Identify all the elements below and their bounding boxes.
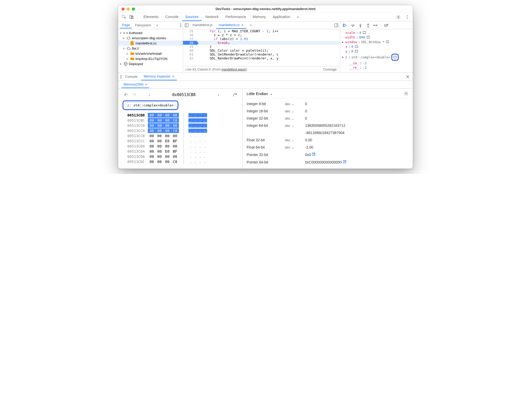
tree-group-deployed[interactable]: ▾ Deployed (118, 61, 183, 66)
editor-tab-more[interactable]: » (247, 22, 254, 28)
tree-file-mandelbrot[interactable]: mandelbrot.cc (118, 41, 183, 46)
step-out-icon[interactable] (366, 23, 371, 28)
undo-icon[interactable]: ↶ (123, 92, 129, 98)
hex-row[interactable]: 00513CC800000000.... (123, 133, 238, 138)
navigator-tab-more[interactable]: » (154, 22, 160, 28)
memory-icon[interactable] (354, 49, 359, 53)
memory-icon[interactable] (393, 55, 397, 59)
hex-byte[interactable]: 00 (163, 154, 171, 159)
editor-tab-js[interactable]: mandelbrot.js (190, 22, 215, 28)
hex-byte[interactable]: 00 (148, 113, 156, 118)
page-back-icon[interactable]: ‹ (146, 92, 153, 98)
hex-byte[interactable]: 00 (148, 144, 156, 149)
hex-byte[interactable]: 00 (148, 118, 156, 123)
hex-byte[interactable]: 00 (163, 123, 171, 128)
tab-elements[interactable]: Elements (140, 13, 162, 21)
code-body[interactable]: 35 for (; i < MAX_ITER_COUNT - 1; i++ 36… (183, 29, 340, 66)
memory-icon[interactable] (366, 35, 370, 39)
tab-performance[interactable]: Performance (222, 13, 249, 21)
settings-icon[interactable] (395, 14, 402, 20)
drawer-tab-memory-inspector[interactable]: Memory Inspector × (141, 73, 177, 80)
close-memory-tab-icon[interactable]: × (145, 82, 147, 87)
hex-row[interactable]: 00513CD40000E0BF.... (123, 149, 238, 154)
step-over-icon[interactable] (350, 23, 355, 28)
hex-byte[interactable]: 00 (163, 118, 171, 123)
value-format-selector[interactable]: dec⌄ (285, 124, 303, 128)
value-format-selector[interactable]: dec⌄ (285, 145, 303, 149)
redo-icon[interactable]: ↷ (131, 92, 138, 98)
value-format-selector[interactable]: dec⌄ (285, 116, 303, 120)
hex-byte[interactable]: 00 (156, 144, 163, 149)
hex-byte[interactable]: 00 (171, 154, 179, 159)
hex-row[interactable]: 00513CBC000000C0.... (123, 118, 238, 123)
tab-overflow[interactable]: » (294, 13, 302, 21)
hex-byte[interactable]: 00 (171, 144, 179, 149)
hex-byte[interactable]: 00 (156, 128, 163, 133)
endian-selector[interactable]: Little Endian ⌄ (247, 91, 273, 96)
show-navigator-icon[interactable] (185, 23, 189, 27)
tree-domain-emscripten[interactable]: ▾ emscripten-dbg-stories (118, 35, 183, 41)
hex-byte[interactable]: C0 (171, 159, 179, 164)
step-icon[interactable] (373, 23, 378, 28)
hex-byte[interactable]: 00 (148, 139, 156, 143)
jump-to-address-icon[interactable] (312, 152, 315, 156)
tree-folder-install[interactable]: ▸ b/s/w/ir/x/w/install (118, 51, 183, 56)
hex-byte[interactable]: 00 (163, 113, 171, 118)
hex-byte[interactable]: 00 (163, 144, 171, 149)
hex-byte[interactable]: 00 (156, 134, 163, 138)
resume-icon[interactable] (342, 23, 347, 28)
hex-byte[interactable]: 00 (163, 159, 171, 164)
value-format-selector[interactable]: dec⌄ (285, 138, 303, 142)
hex-byte[interactable]: 00 (156, 123, 163, 128)
hex-byte[interactable]: 00 (156, 139, 163, 143)
memory-address-input[interactable] (155, 92, 213, 97)
memory-icon[interactable] (362, 30, 366, 35)
hex-byte[interactable]: E0 (163, 149, 171, 154)
hex-row[interactable]: 00513CCC0000E0BF.... (123, 138, 238, 144)
hex-byte[interactable]: 00 (148, 154, 156, 159)
tab-sources[interactable]: Sources (182, 13, 202, 21)
hex-row[interactable]: 00513CDC000000C0.... (123, 159, 238, 164)
tab-network[interactable]: Network (202, 13, 222, 21)
hex-byte[interactable]: 00 (148, 123, 156, 128)
scope-var-z-im[interactable]: __im_: -2 (342, 61, 411, 65)
hex-byte[interactable]: C0 (171, 118, 179, 123)
hex-byte[interactable]: 00 (171, 123, 179, 128)
value-settings-icon[interactable] (404, 91, 408, 96)
hex-byte[interactable]: 00 (148, 159, 156, 164)
navigator-tab-page[interactable]: Page (120, 22, 132, 28)
inspect-element-icon[interactable] (120, 14, 127, 20)
hex-byte[interactable]: 00 (171, 113, 179, 118)
hex-row[interactable]: 00513CC4000000C0.... (123, 128, 238, 133)
tab-console[interactable]: Console (162, 13, 181, 21)
source-map-link[interactable]: mandelbrot.wasm (222, 68, 246, 71)
hex-byte[interactable]: 00 (156, 154, 163, 159)
value-format-selector[interactable]: dec⌄ (285, 102, 303, 106)
jump-to-address-icon[interactable] (343, 160, 346, 164)
memory-icon[interactable] (354, 44, 359, 49)
tab-memory[interactable]: Memory (250, 13, 269, 21)
show-debugger-icon[interactable] (334, 23, 338, 27)
navigator-tab-filesystem[interactable]: Filesystem (133, 22, 153, 28)
memory-object-chip[interactable]: z: std::complex<double> (125, 102, 176, 108)
hex-row[interactable]: 00513CC000000000.... (123, 123, 238, 128)
hex-byte[interactable]: 00 (148, 134, 156, 138)
hex-byte[interactable]: 00 (171, 134, 179, 138)
scope-var-scale[interactable]: scale: 4 (342, 30, 411, 35)
hex-row[interactable]: 00513CD800000000.... (123, 154, 238, 159)
hex-byte[interactable]: 00 (156, 159, 163, 164)
hex-row[interactable]: 00513CD000000000.... (123, 144, 238, 149)
close-drawer-icon[interactable] (405, 74, 411, 80)
close-drawer-tab-icon[interactable]: × (172, 74, 174, 79)
hex-byte[interactable]: C0 (171, 128, 179, 133)
hex-byte[interactable]: 00 (148, 128, 156, 133)
scope-var-z[interactable]: ▾z: std::complex<double> (342, 53, 411, 61)
tree-group-authored[interactable]: ▾ < > Authored (118, 30, 183, 35)
hex-byte[interactable]: 00 (148, 149, 156, 154)
refresh-icon[interactable] (232, 92, 238, 98)
close-tab-icon[interactable]: × (241, 23, 244, 27)
scope-var-z-re[interactable]: __re_: -2 (342, 65, 411, 70)
drawer-tab-console[interactable]: Console (123, 73, 140, 80)
hex-byte[interactable]: 00 (163, 128, 171, 133)
hex-byte[interactable]: BF (171, 139, 179, 143)
